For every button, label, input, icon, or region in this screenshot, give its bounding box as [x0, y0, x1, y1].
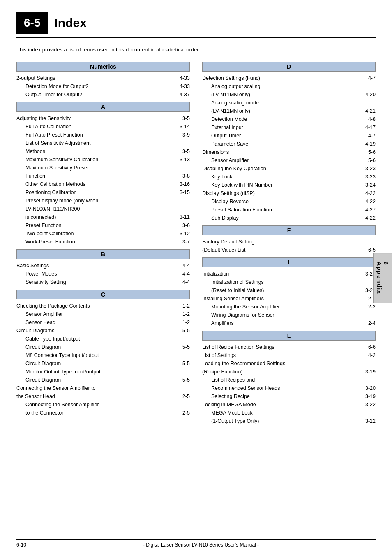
entry-page: 5-5	[182, 327, 190, 335]
page-footer: 6-10 - Digital Laser Sensor LV-N10 Serie…	[16, 539, 376, 548]
index-entry: Detection Mode4-8	[202, 115, 376, 123]
entry-text: External Input	[211, 123, 364, 132]
index-entry: Preset Function3-6	[16, 221, 190, 229]
entry-page: 4-2	[368, 351, 376, 359]
entry-page: 4-33	[180, 74, 190, 82]
index-entry: Full Auto Calibration3-14	[16, 123, 190, 131]
entry-text: Output Timer	[211, 132, 367, 140]
index-entry: Loading the Recommended Settings	[202, 359, 376, 368]
index-entry: List of Recipe Function Settings6-6	[202, 343, 376, 351]
entry-page: 4-4	[182, 262, 190, 270]
entry-text: Function	[25, 172, 181, 180]
index-entry: Cable Type Input/output	[16, 335, 190, 343]
index-entry: External Input4-17	[202, 123, 376, 132]
entry-text: Sensor Head	[25, 318, 181, 327]
entry-text: to the Connector	[25, 409, 181, 417]
entry-text: Detection Mode	[211, 115, 367, 123]
entry-text: Analog scaling mode	[211, 99, 376, 107]
index-entry: Output Timer for Output24-37	[16, 90, 190, 99]
entry-text: Cable Type Input/output	[25, 335, 190, 343]
entry-page: 3-20	[365, 384, 376, 392]
entry-text: Checking the Package Contents	[16, 302, 181, 310]
entry-text: Detection Settings (Func)	[202, 74, 367, 82]
entry-page: 3-14	[180, 123, 190, 131]
entry-text: Key Lock	[211, 173, 364, 181]
entry-text: (LV-N11MN only)	[211, 90, 364, 99]
entry-text: LV-N100/NH110/NH300	[25, 205, 190, 213]
index-entry: Factory Default Setting	[202, 238, 376, 246]
entry-text: List of Sensitivity Adjustment	[25, 139, 190, 147]
entry-text: Initialization of Settings	[211, 278, 376, 286]
entry-text: (LV-N11MN only)	[211, 107, 364, 115]
entry-page: 5-5	[182, 343, 190, 351]
index-entry: MEGA Mode Lock	[202, 409, 376, 417]
entry-text: Preset Saturation Function	[211, 206, 364, 214]
entry-text: Preset display mode (only when	[25, 197, 190, 205]
index-entry: (1-Output Type Only)3-22	[202, 417, 376, 425]
index-entry: Circuit Diagram5-5	[16, 359, 190, 368]
sidebar-number: 6	[383, 262, 389, 266]
index-entry: Circuit Diagram5-5	[16, 376, 190, 384]
index-entry: Other Calibration Methods3-16	[16, 180, 190, 188]
entry-text: Disabling the Key Operation	[202, 164, 364, 173]
section-d: DDetection Settings (Func)4-7Analog outp…	[202, 62, 376, 222]
entry-page: 5-6	[368, 148, 376, 156]
section-header-0: Numerics	[16, 62, 190, 72]
left-column: Numerics2-output Settings4-33Detection M…	[16, 62, 190, 429]
index-entry: Selecting Recipe3-19	[202, 392, 376, 401]
entry-page: 3-15	[180, 188, 190, 197]
entry-text: Key Lock with PIN Number	[211, 181, 364, 189]
section-f: FFactory Default Setting(Default Value) …	[202, 225, 376, 254]
section-b: BBasic Settings4-4Power Modes4-4Sensitiv…	[16, 249, 190, 286]
index-entry: Initialization of Settings	[202, 278, 376, 286]
index-entry: Checking the Package Contents1-2	[16, 302, 190, 310]
right-column: DDetection Settings (Func)4-7Analog outp…	[202, 62, 376, 429]
index-entry: Analog scaling mode	[202, 99, 376, 107]
entry-page: 3-11	[180, 213, 190, 221]
entry-text: the Sensor Head	[16, 392, 181, 401]
entry-text: Power Modes	[25, 270, 181, 278]
entry-page: 4-17	[365, 123, 376, 132]
index-entry: Display Settings (diSP)4-22	[202, 189, 376, 197]
index-entry: Detection Mode for Output24-33	[16, 82, 190, 90]
entry-text: Display Settings (diSP)	[202, 189, 364, 197]
entry-page: 4-33	[180, 82, 190, 90]
entry-page: 2-4	[368, 319, 376, 327]
entry-page: 3-22	[365, 401, 376, 409]
entry-text: Full Auto Preset Function	[25, 131, 181, 139]
footer-page-number: 6-10	[16, 542, 26, 548]
section-header-1: A	[16, 102, 190, 112]
entry-text: Factory Default Setting	[202, 238, 376, 246]
entry-page: 3-22	[365, 417, 376, 425]
entry-text: Display Reverse	[211, 197, 364, 206]
entry-text: Dimensions	[202, 148, 367, 156]
entry-text: Parameter Save	[211, 140, 364, 148]
entry-text: Circuit Diagrams	[16, 327, 181, 335]
entry-page: 4-19	[365, 140, 376, 148]
entry-page: 4-4	[182, 270, 190, 278]
entry-text: Recommended Sensor Heads	[211, 384, 364, 392]
intro-text: This index provides a list of terms used…	[16, 46, 376, 53]
entry-page: 3-24	[365, 181, 376, 189]
index-entry: to the Connector2-5	[16, 409, 190, 417]
entry-text: Sensor Amplifier	[25, 310, 181, 318]
sidebar-label: Appendix	[376, 262, 383, 294]
index-entry: Circuit Diagrams5-5	[16, 327, 190, 335]
index-entry: Key Lock3-23	[202, 173, 376, 181]
appendix-sidebar: 6 Appendix	[373, 253, 392, 303]
entry-text: (Default Value) List	[202, 246, 367, 254]
index-entry: LV-N100/NH110/NH300	[16, 205, 190, 213]
section-l: LList of Recipe Function Settings6-6List…	[202, 331, 376, 425]
entry-page: 2-5	[182, 409, 190, 417]
entry-page: 3-19	[365, 392, 376, 401]
page-header: 6-5 Index	[16, 12, 376, 38]
index-entry: (Recipe Function)3-19	[202, 368, 376, 376]
entry-page: 3-5	[182, 114, 190, 123]
index-entry: Connecting the Sensor Amplifier to	[16, 384, 190, 392]
entry-text: M8 Connector Type Input/output	[25, 351, 190, 359]
index-entry: Circuit Diagram5-5	[16, 343, 190, 351]
entry-page: 3-19	[365, 368, 376, 376]
section-header-3: L	[202, 331, 376, 341]
section-a: AAdjusting the Sensitivity3-5Full Auto C…	[16, 102, 190, 246]
entry-text: Maximum Sensitivity Preset	[25, 164, 190, 172]
